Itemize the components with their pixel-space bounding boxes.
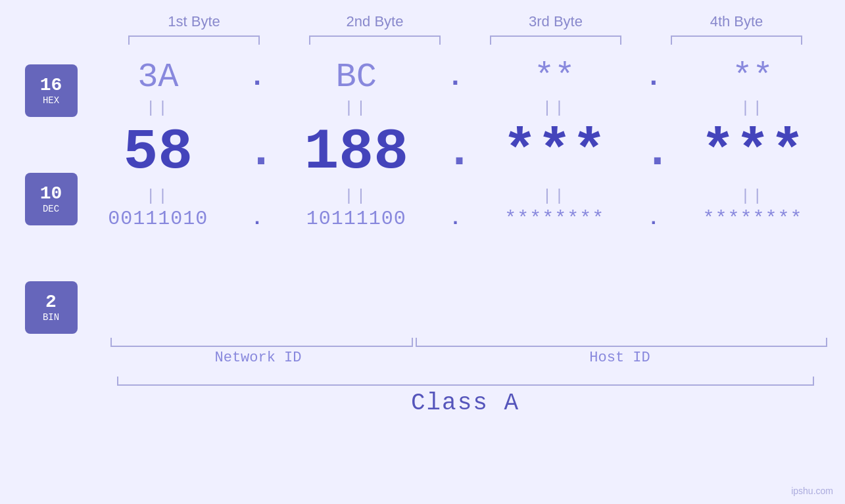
- rows-area: 3A . BC . ** . ** || ||: [78, 58, 834, 230]
- hex-dot-3: .: [644, 62, 664, 93]
- hex-badge: 16 HEX: [25, 64, 78, 117]
- bin-val-2: 10111100: [306, 208, 406, 230]
- bin-cell-2: 10111100: [284, 208, 429, 230]
- class-bracket-row: [104, 377, 827, 386]
- bin-badge: 2 BIN: [25, 281, 78, 334]
- dec-val-2: 188: [304, 120, 408, 185]
- hex-dot-1: .: [247, 62, 267, 93]
- byte2-header: 2nd Byte: [302, 13, 447, 30]
- eq1-2: ||: [284, 99, 429, 117]
- id-labels-row: Network ID Host ID: [104, 350, 827, 366]
- bin-dot-2: .: [445, 208, 465, 230]
- dec-badge-number: 10: [40, 184, 62, 204]
- dec-cell-2: 188: [284, 120, 429, 185]
- bracket-byte4: [671, 35, 802, 45]
- dec-badge-label: DEC: [43, 204, 59, 214]
- byte3-header: 3rd Byte: [483, 13, 628, 30]
- bin-badge-number: 2: [45, 292, 57, 313]
- dec-cell-3: ***: [482, 120, 627, 185]
- bracket-byte2: [309, 35, 441, 45]
- network-id-label: Network ID: [104, 350, 413, 366]
- hex-row: 3A . BC . ** . **: [78, 58, 834, 97]
- content-area: 16 HEX 10 DEC 2 BIN 3A . BC: [25, 58, 834, 334]
- bracket-byte1: [128, 35, 260, 45]
- eq1-4: ||: [681, 99, 825, 117]
- class-label-row: Class A: [104, 390, 827, 417]
- dec-dot-1: .: [247, 126, 267, 178]
- hex-badge-label: HEX: [43, 96, 59, 106]
- byte4-header: 4th Byte: [664, 13, 809, 30]
- host-id-label: Host ID: [413, 350, 827, 366]
- bin-dot-3: .: [644, 208, 664, 230]
- hex-cell-3: **: [482, 58, 627, 97]
- hex-cell-4: **: [681, 58, 825, 97]
- eq2-1: ||: [85, 187, 230, 205]
- hex-val-2: BC: [336, 58, 377, 97]
- hex-cell-1: 3A: [85, 58, 230, 97]
- dec-dot-3: .: [644, 126, 664, 178]
- equals-row-2: || || || ||: [78, 185, 834, 208]
- badges-column: 16 HEX 10 DEC 2 BIN: [25, 58, 78, 334]
- dec-cell-4: ***: [681, 120, 825, 185]
- bin-val-3: ********: [504, 208, 604, 230]
- dec-dot-2: .: [445, 126, 465, 178]
- network-bracket: [110, 338, 413, 347]
- watermark: ipshu.com: [791, 486, 833, 496]
- eq1-3: ||: [482, 99, 627, 117]
- hex-val-1: 3A: [137, 58, 178, 97]
- dec-val-3: ***: [502, 120, 606, 185]
- byte1-header: 1st Byte: [122, 13, 266, 30]
- bin-val-4: ********: [703, 208, 803, 230]
- hex-cell-2: BC: [284, 58, 429, 97]
- equals-row-1: || || || ||: [78, 97, 834, 120]
- byte-headers: 1st Byte 2nd Byte 3rd Byte 4th Byte: [104, 13, 827, 30]
- dec-badge: 10 DEC: [25, 173, 78, 225]
- class-label: Class A: [411, 390, 519, 417]
- bin-badge-label: BIN: [43, 313, 59, 323]
- bottom-brackets-container: [104, 338, 827, 347]
- bin-cell-3: ********: [482, 208, 627, 230]
- top-brackets: [104, 35, 827, 45]
- hex-val-3: **: [534, 58, 575, 97]
- bin-cell-4: ********: [681, 208, 825, 230]
- bin-val-1: 00111010: [108, 208, 208, 230]
- bin-cell-1: 00111010: [85, 208, 230, 230]
- bin-row: 00111010 . 10111100 . ******** . *******…: [78, 208, 834, 230]
- main-container: 1st Byte 2nd Byte 3rd Byte 4th Byte 16 H…: [0, 0, 845, 504]
- dec-val-4: ***: [700, 120, 804, 185]
- class-bracket: [117, 377, 814, 386]
- hex-val-4: **: [732, 58, 773, 97]
- hex-dot-2: .: [445, 62, 465, 93]
- eq2-4: ||: [681, 187, 825, 205]
- bracket-byte3: [490, 35, 621, 45]
- host-bracket: [416, 338, 827, 347]
- dec-cell-1: 58: [85, 120, 230, 185]
- dec-val-1: 58: [124, 120, 193, 185]
- eq2-3: ||: [482, 187, 627, 205]
- eq1-1: ||: [85, 99, 230, 117]
- bin-dot-1: .: [247, 208, 267, 230]
- hex-badge-number: 16: [40, 76, 62, 96]
- dec-row: 58 . 188 . *** . ***: [78, 120, 834, 185]
- eq2-2: ||: [284, 187, 429, 205]
